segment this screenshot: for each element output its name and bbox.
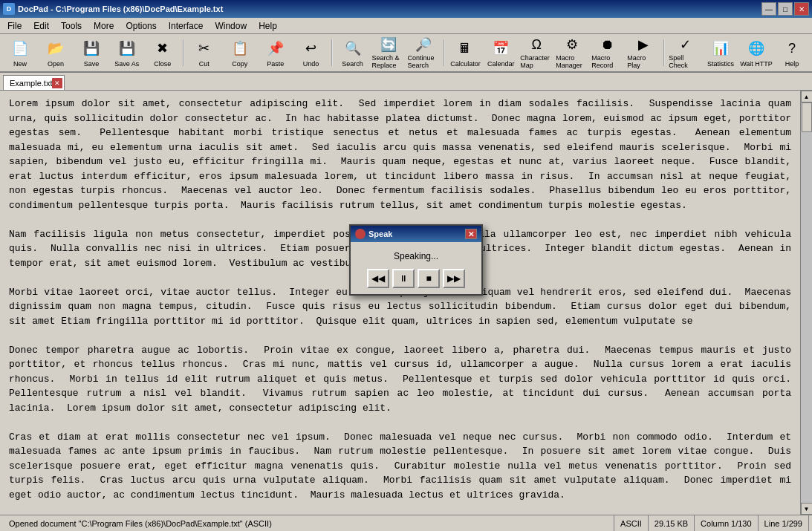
toolbar-copy[interactable]: 📋 Copy	[223, 36, 257, 70]
menu-options[interactable]: Options	[120, 18, 162, 33]
macro-play-icon: ▶	[633, 36, 654, 53]
scrollbar[interactable]: ▲ ▼	[800, 91, 812, 515]
status-column: Column 1/130	[695, 515, 759, 531]
paste-icon: 📌	[265, 38, 286, 59]
toolbar-calculator[interactable]: 🖩 Calculator	[448, 36, 482, 70]
char-map-icon: Ω	[526, 36, 547, 53]
separator-4	[663, 39, 665, 66]
minimize-button[interactable]: —	[761, 2, 776, 16]
speak-controls: ◀◀ ⏸ ■ ▶▶	[367, 269, 465, 288]
spell-check-icon: ✓	[675, 36, 695, 53]
app-icon: D	[3, 3, 15, 15]
menu-window[interactable]: Window	[209, 18, 253, 33]
toolbar-char-map[interactable]: Ω Character Map	[519, 36, 553, 70]
toolbar-statistics[interactable]: 📊 Statistics	[704, 36, 738, 70]
tab-bar: Example.txt ✕	[0, 73, 812, 91]
toolbar-search[interactable]: 🔍 Search	[336, 36, 370, 70]
save-as-icon: 💾	[117, 38, 137, 59]
toolbar-open[interactable]: 📂 Open	[39, 36, 73, 70]
scroll-up-arrow[interactable]: ▲	[801, 91, 813, 102]
title-bar: D DocPad - C:\Program Files (x86)\DocPad…	[0, 0, 812, 18]
rewind-icon: ◀◀	[371, 273, 385, 284]
separator-2	[331, 39, 333, 66]
toolbar-wait-http[interactable]: 🌐 Wait HTTP	[739, 36, 773, 70]
calculator-icon: 🖩	[455, 38, 475, 59]
toolbar-continue-search[interactable]: 🔎 Continue Search	[406, 36, 441, 70]
help-icon: ?	[782, 38, 802, 59]
save-icon: 💾	[81, 38, 102, 59]
copy-icon: 📋	[230, 38, 250, 59]
content-area: Example.txt ✕ Lorem ipsum dolor sit amet…	[0, 73, 812, 515]
toolbar-help[interactable]: ? Help	[775, 36, 809, 70]
pause-icon: ⏸	[399, 273, 408, 284]
speak-forward-button[interactable]: ▶▶	[443, 269, 465, 288]
speak-rewind-button[interactable]: ◀◀	[367, 269, 389, 288]
menu-help[interactable]: Help	[253, 18, 283, 33]
speak-dialog: Speak ✕ Speaking... ◀◀ ⏸ ■	[349, 224, 483, 296]
tab-example[interactable]: Example.txt ✕	[3, 75, 65, 90]
scroll-thumb[interactable]	[802, 102, 812, 132]
toolbar-save-as[interactable]: 💾 Save As	[110, 36, 144, 70]
tab-close-button[interactable]: ✕	[52, 78, 62, 88]
toolbar-spell-check[interactable]: ✓ Spell Check	[668, 36, 702, 70]
toolbar-paste[interactable]: 📌 Paste	[259, 36, 293, 70]
speak-title-bar: Speak ✕	[351, 226, 481, 242]
scroll-down-arrow[interactable]: ▼	[801, 503, 813, 515]
cut-icon: ✂	[194, 38, 215, 59]
close-doc-icon: ✖	[152, 38, 173, 59]
window-title: DocPad - C:\Program Files (x86)\DocPad\E…	[18, 4, 223, 13]
close-button[interactable]: ✕	[794, 2, 809, 16]
speak-status: Speaking...	[394, 251, 438, 261]
toolbar-new[interactable]: 📄 New	[3, 36, 37, 70]
speak-icon	[355, 229, 366, 239]
forward-icon: ▶▶	[447, 273, 461, 284]
toolbar-macro-play[interactable]: ▶ Macro Play	[626, 36, 660, 70]
menu-tools[interactable]: Tools	[55, 18, 88, 33]
speak-close-button[interactable]: ✕	[465, 229, 477, 239]
new-icon: 📄	[10, 38, 30, 59]
speak-title-label: Speak	[368, 229, 392, 238]
statistics-icon: 📊	[710, 38, 731, 59]
menu-edit[interactable]: Edit	[27, 18, 55, 33]
menu-more[interactable]: More	[88, 18, 120, 33]
toolbar-close[interactable]: ✖ Close	[146, 36, 180, 70]
status-bar: Opened document "C:\Program Files (x86)\…	[0, 515, 812, 531]
undo-icon: ↩	[301, 38, 322, 59]
speak-body: Speaking... ◀◀ ⏸ ■ ▶▶	[351, 242, 481, 294]
status-message: Opened document "C:\Program Files (x86)\…	[3, 515, 614, 531]
macro-record-icon: ⏺	[597, 36, 618, 53]
toolbar-macro-manager[interactable]: ⚙ Macro Manager	[555, 36, 589, 70]
toolbar: 📄 New 📂 Open 💾 Save 💾 Save As ✖ Close ✂ …	[0, 34, 812, 73]
status-line: Line 1/299	[759, 515, 809, 531]
search-icon: 🔍	[342, 38, 363, 59]
toolbar-undo[interactable]: ↩ Undo	[294, 36, 328, 70]
stop-icon: ■	[426, 273, 431, 284]
separator-1	[183, 39, 184, 66]
maximize-button[interactable]: □	[778, 2, 793, 16]
toolbar-macro-record[interactable]: ⏺ Macro Record	[591, 36, 625, 70]
editor-wrapper: Lorem ipsum dolor sit amet, consectetur …	[0, 91, 812, 515]
speak-pause-button[interactable]: ⏸	[392, 269, 415, 288]
toolbar-save[interactable]: 💾 Save	[74, 36, 108, 70]
menu-file[interactable]: File	[1, 18, 27, 33]
macro-manager-icon: ⚙	[562, 36, 582, 53]
calendar-icon: 📅	[490, 38, 511, 59]
main-layout: File Edit Tools More Options Interface W…	[0, 18, 812, 531]
open-icon: 📂	[45, 38, 66, 59]
toolbar-calendar[interactable]: 📅 Calendar	[484, 36, 518, 70]
separator-3	[444, 39, 445, 66]
menu-bar: File Edit Tools More Options Interface W…	[0, 18, 812, 34]
menu-interface[interactable]: Interface	[163, 18, 210, 33]
toolbar-cut[interactable]: ✂ Cut	[187, 36, 221, 70]
toolbar-search-replace[interactable]: 🔄 Search & Replace	[371, 36, 406, 70]
tab-label: Example.txt	[10, 79, 52, 88]
search-replace-icon: 🔄	[378, 36, 399, 53]
status-file-size: 29.15 KB	[649, 515, 695, 531]
scroll-track[interactable]	[801, 102, 812, 503]
continue-search-icon: 🔎	[413, 36, 434, 53]
title-left: D DocPad - C:\Program Files (x86)\DocPad…	[3, 3, 223, 15]
status-encoding: ASCII	[614, 515, 649, 531]
wait-http-icon: 🌐	[746, 38, 767, 59]
editor-content[interactable]: Lorem ipsum dolor sit amet, consectetur …	[0, 91, 800, 515]
speak-stop-button[interactable]: ■	[418, 269, 440, 288]
